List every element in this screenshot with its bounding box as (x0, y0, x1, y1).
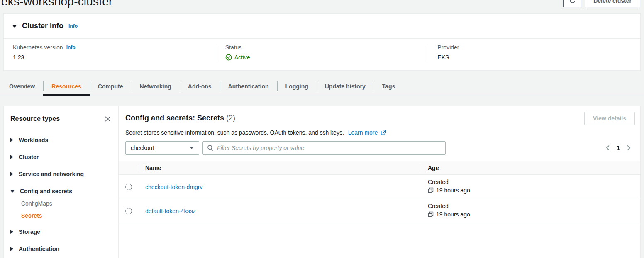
status-field: Status Active (216, 44, 428, 61)
kubernetes-version-info-link[interactable]: Info (66, 44, 76, 50)
kubernetes-version-label: Kubernetes version (13, 44, 63, 51)
table-row: default-token-4kssz Created 19 hours ago (119, 199, 640, 223)
age-cell: Created 19 hours ago (420, 199, 640, 223)
copy-icon[interactable] (428, 211, 434, 217)
tab-networking[interactable]: Networking (132, 78, 180, 95)
view-details-button[interactable]: View details (584, 112, 635, 125)
triangle-right-icon (10, 172, 13, 176)
triangle-down-icon (10, 190, 15, 193)
sidebar-item-authentication[interactable]: Authentication (10, 246, 112, 252)
secret-name-link[interactable]: default-token-4kssz (145, 208, 195, 214)
secrets-filter-searchbox[interactable] (202, 141, 446, 155)
tab-resources[interactable]: Resources (43, 78, 90, 95)
resource-types-title: Resource types (10, 115, 60, 123)
tab-compute[interactable]: Compute (90, 78, 132, 95)
triangle-right-icon (10, 247, 13, 251)
sidebar-item-cluster[interactable]: Cluster (10, 154, 112, 160)
external-link-icon (381, 130, 386, 135)
next-page-button[interactable] (626, 145, 631, 151)
table-row: checkout-token-dmgrv Created 19 hours ag… (119, 175, 640, 199)
kubernetes-version-field: Kubernetes version Info 1.23 (4, 44, 216, 61)
name-column-header: Name (139, 161, 420, 174)
cluster-tabs: Overview Resources Compute Networking Ad… (0, 78, 644, 95)
sidebar-item-label: Storage (19, 229, 40, 235)
sidebar-item-label: Config and secrets (20, 188, 72, 194)
config-and-secrets-children: ConfigMaps Secrets (21, 200, 112, 219)
row-select-radio[interactable] (125, 208, 132, 214)
cluster-info-info-link[interactable]: Info (68, 23, 78, 29)
header-actions: Delete cluster (564, 0, 640, 7)
resource-types-sidebar: Resource types Workloads Cluster Service… (4, 106, 119, 258)
tab-overview[interactable]: Overview (1, 78, 43, 95)
pagination: 1 (605, 145, 631, 151)
collapse-triangle-icon[interactable] (12, 25, 17, 28)
page-title: eks-workshop-cluster (1, 0, 113, 8)
cluster-info-header[interactable]: Cluster info Info (4, 14, 640, 39)
sidebar-item-label: Cluster (19, 154, 39, 160)
triangle-right-icon (10, 230, 13, 234)
tab-add-ons[interactable]: Add-ons (180, 78, 220, 95)
sidebar-item-storage[interactable]: Storage (10, 229, 112, 235)
chevron-left-icon (605, 145, 610, 151)
kubernetes-version-value: 1.23 (13, 54, 207, 61)
provider-field: Provider EKS (428, 44, 640, 61)
sidebar-item-service-and-networking[interactable]: Service and networking (10, 171, 112, 177)
cluster-info-fields: Kubernetes version Info 1.23 Status Acti… (4, 39, 640, 70)
cluster-info-title: Cluster info (22, 22, 63, 30)
sidebar-item-label: Service and networking (19, 171, 84, 177)
close-icon (105, 116, 111, 122)
previous-page-button[interactable] (605, 145, 610, 151)
select-column-header (119, 161, 139, 174)
delete-cluster-button[interactable]: Delete cluster (585, 0, 640, 7)
sidebar-item-label: Authentication (19, 246, 59, 252)
resources-card: Resource types Workloads Cluster Service… (3, 106, 641, 258)
refresh-icon (569, 0, 576, 4)
age-cell: Created 19 hours ago (420, 175, 640, 199)
learn-more-link[interactable]: Learn more (348, 129, 378, 136)
tab-tags[interactable]: Tags (374, 78, 404, 95)
sidebar-item-workloads[interactable]: Workloads (10, 137, 112, 143)
refresh-button[interactable] (564, 0, 581, 7)
secrets-table-header: Name Age (119, 161, 640, 175)
secrets-panel-title: Config and secrets: Secrets (2) (125, 112, 235, 123)
secret-name-link[interactable]: checkout-token-dmgrv (145, 184, 203, 190)
secrets-count: (2) (226, 114, 235, 122)
sidebar-item-config-and-secrets[interactable]: Config and secrets (10, 188, 112, 194)
tab-logging[interactable]: Logging (277, 78, 317, 95)
secrets-panel: Config and secrets: Secrets (2) View det… (119, 106, 640, 258)
caret-down-icon (190, 147, 194, 149)
status-label: Status (225, 44, 242, 51)
sidebar-item-secrets[interactable]: Secrets (21, 212, 112, 219)
age-column-header: Age (420, 161, 640, 174)
provider-value: EKS (437, 54, 631, 61)
secrets-filter-input[interactable] (217, 145, 441, 151)
status-value: Active (234, 54, 250, 61)
provider-label: Provider (437, 44, 459, 51)
copy-icon[interactable] (428, 187, 434, 193)
age-created-label: Created (428, 203, 640, 209)
cluster-info-card: Cluster info Info Kubernetes version Inf… (3, 13, 641, 71)
tab-update-history[interactable]: Update history (317, 78, 374, 95)
tab-authentication[interactable]: Authentication (220, 78, 277, 95)
check-circle-icon (225, 54, 232, 61)
namespace-filter-dropdown[interactable]: checkout (125, 141, 199, 155)
chevron-right-icon (626, 145, 631, 151)
age-created-label: Created (428, 179, 640, 185)
search-icon (207, 145, 214, 151)
age-value: 19 hours ago (436, 187, 470, 194)
triangle-right-icon (10, 138, 13, 142)
row-select-radio[interactable] (125, 184, 132, 190)
sidebar-item-configmaps[interactable]: ConfigMaps (21, 200, 112, 207)
secrets-description: Secret stores sensitive information, suc… (125, 129, 344, 136)
age-value: 19 hours ago (436, 211, 470, 218)
namespace-filter-value: checkout (131, 145, 154, 151)
page-number[interactable]: 1 (617, 145, 620, 151)
close-sidebar-button[interactable] (103, 115, 112, 123)
sidebar-item-label: Workloads (19, 137, 48, 143)
secrets-heading: Config and secrets: Secrets (125, 114, 224, 122)
triangle-right-icon (10, 155, 13, 159)
